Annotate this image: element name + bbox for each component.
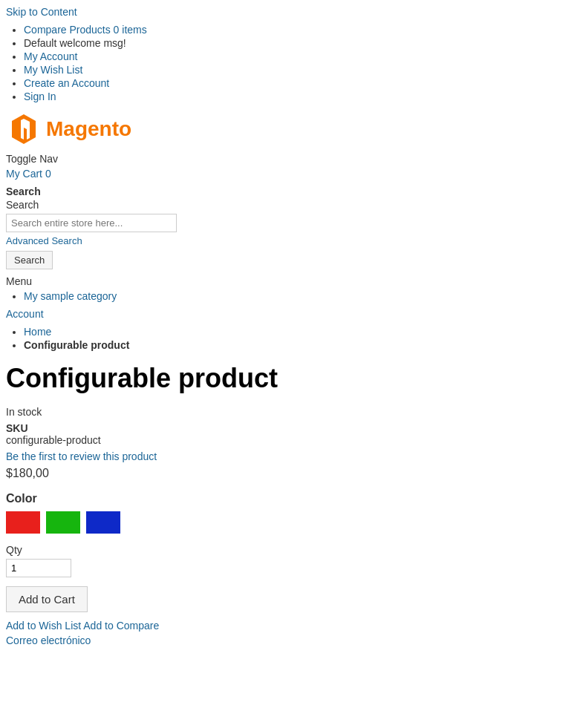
sign-in-link[interactable]: Sign In — [24, 91, 56, 102]
review-link[interactable]: Be the first to review this product — [6, 450, 580, 462]
sku-value: configurable-product — [6, 434, 580, 446]
add-to-cart-button[interactable]: Add to Cart — [6, 586, 88, 612]
qty-label: Qty — [6, 544, 580, 556]
qty-section: Qty — [6, 544, 580, 577]
sign-in-item: Sign In — [24, 91, 580, 102]
breadcrumb-home-link[interactable]: Home — [24, 326, 51, 338]
add-to-wish-list-link[interactable]: Add to Wish List — [6, 620, 81, 632]
advanced-search-link[interactable]: Advanced Search — [6, 235, 580, 246]
top-nav-links: Compare Products 0 items Default welcome… — [6, 24, 580, 102]
color-swatch-green[interactable] — [46, 511, 80, 534]
sku-row: SKU — [6, 422, 580, 434]
stock-status: In stock — [6, 406, 580, 418]
sku-label: SKU — [6, 422, 28, 434]
search-section: Search Search Advanced Search Search — [6, 186, 580, 269]
toggle-nav-button[interactable]: Toggle Nav — [6, 153, 580, 165]
compare-products-link[interactable]: Compare Products 0 items — [24, 24, 147, 36]
my-account-item: My Account — [24, 50, 580, 62]
email-link[interactable]: Correo electrónico — [6, 634, 580, 646]
color-label: Color — [6, 492, 580, 505]
site-logo[interactable]: Magento — [6, 111, 580, 147]
add-to-compare-link[interactable]: Add to Compare — [83, 620, 159, 632]
nav-item-sample-category: My sample category — [24, 290, 580, 302]
main-nav: My sample category — [6, 290, 580, 302]
nav-link-sample-category[interactable]: My sample category — [24, 290, 117, 302]
my-wish-list-item: My Wish List — [24, 64, 580, 76]
compare-products-item: Compare Products 0 items — [24, 24, 580, 36]
search-input[interactable] — [6, 214, 177, 232]
breadcrumb-current: Configurable product — [24, 339, 580, 351]
my-account-link[interactable]: My Account — [24, 50, 77, 62]
create-account-link[interactable]: Create an Account — [24, 77, 109, 89]
my-wish-list-link[interactable]: My Wish List — [24, 64, 82, 76]
action-links: Add to Wish List Add to Compare — [6, 620, 580, 632]
skip-to-content-link[interactable]: Skip to Content — [6, 6, 580, 18]
menu-toggle[interactable]: Menu — [6, 275, 580, 287]
color-swatches — [6, 511, 580, 534]
search-button[interactable]: Search — [6, 251, 53, 269]
breadcrumb-home: Home — [24, 326, 580, 338]
account-link[interactable]: Account — [6, 308, 580, 320]
create-account-item: Create an Account — [24, 77, 580, 89]
search-label: Search — [6, 199, 580, 211]
qty-input[interactable] — [6, 559, 71, 577]
color-swatch-red[interactable] — [6, 511, 40, 534]
product-title: Configurable product — [6, 363, 580, 394]
magento-logo-text: Magento — [46, 117, 131, 141]
magento-logo-icon — [6, 111, 42, 147]
search-heading: Search — [6, 186, 580, 197]
product-price: $180,00 — [6, 467, 580, 480]
color-section: Color — [6, 492, 580, 534]
breadcrumb: Home Configurable product — [6, 326, 580, 351]
my-cart-link[interactable]: My Cart 0 — [6, 168, 580, 180]
color-swatch-blue[interactable] — [86, 511, 120, 534]
welcome-message: Default welcome msg! — [24, 37, 580, 49]
